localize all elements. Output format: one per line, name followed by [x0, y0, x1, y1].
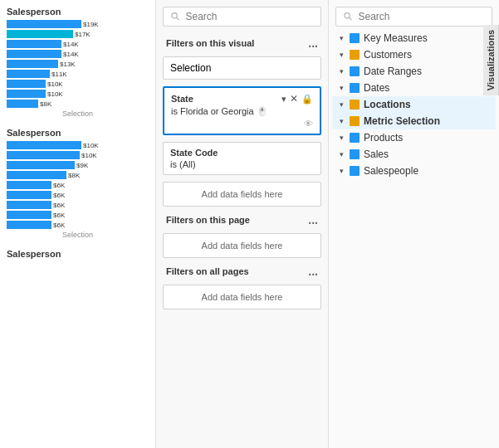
chart-2-subtitle: Selection	[7, 231, 149, 239]
chevron-down-icon: ▾	[335, 49, 347, 61]
chevron-down-icon: ▾	[335, 165, 347, 177]
chart-section-1: Salesperson $19K$17K$14K$14K$13K$11K$10K…	[0, 3, 155, 124]
add-data-all-pages[interactable]: Add data fields here	[163, 285, 321, 309]
viz-tree-item-customers[interactable]: ▾Customers	[332, 46, 496, 63]
chart-section-2: Salesperson $10K$10K$9K$8K$6K$6K$6K$6K$6…	[0, 124, 155, 246]
selection-filter-card[interactable]: Selection	[163, 56, 321, 80]
bar	[7, 221, 51, 229]
bar-container: $9K	[7, 161, 149, 169]
bar-value: $11K	[51, 71, 67, 78]
bar-row: $10K	[7, 80, 149, 88]
filters-on-page-more[interactable]: ...	[308, 213, 318, 226]
clear-icon[interactable]: ✕	[290, 93, 298, 105]
state-code-value: is (All)	[170, 159, 314, 169]
bar-container: $19K	[7, 20, 149, 28]
chart-1-title: Salesperson	[7, 7, 149, 17]
viz-item-label: Customers	[364, 49, 492, 61]
filter-search-bar[interactable]	[163, 7, 321, 27]
viz-tree-item-locations[interactable]: ▾Locations	[332, 96, 496, 113]
bar-row: $10K	[7, 151, 149, 159]
bar	[7, 80, 46, 88]
bar-row: $9K	[7, 161, 149, 169]
chevron-down-icon: ▾	[335, 132, 347, 144]
bar-row: $10K	[7, 141, 149, 149]
bar	[7, 90, 46, 98]
bar-row: $8K	[7, 171, 149, 179]
state-card-header: State ▾ ✕ 🔒	[171, 93, 313, 105]
filters-on-visual-more[interactable]: ...	[308, 37, 318, 50]
chevron-down-icon: ▾	[335, 82, 347, 94]
bar	[7, 70, 50, 78]
state-filter-card[interactable]: State ▾ ✕ 🔒 is Florida or Georgia 🖱️ 👁	[163, 86, 321, 135]
table-icon	[349, 32, 360, 44]
viz-item-label: Key Measures	[364, 32, 492, 44]
svg-line-1	[176, 17, 179, 20]
viz-tree-item-salespeople[interactable]: ▾Salespeople	[332, 163, 496, 179]
viz-tree-item-dates[interactable]: ▾Dates	[332, 80, 496, 96]
viz-tree-item-metric-selection[interactable]: ▾Metric Selection	[332, 113, 496, 129]
chart-2-bars: $10K$10K$9K$8K$6K$6K$6K$6K$6K	[7, 141, 149, 229]
filters-on-all-pages-more[interactable]: ...	[308, 265, 318, 278]
bar	[7, 191, 51, 199]
bar-container: $8K	[7, 171, 149, 179]
bar	[7, 161, 75, 169]
filter-search-input[interactable]	[186, 11, 315, 22]
viz-search-input[interactable]	[358, 11, 485, 22]
viz-tree-item-sales[interactable]: ▾Sales	[332, 146, 496, 163]
cursor-icon: 🖱️	[257, 106, 268, 116]
state-code-filter-card[interactable]: State Code is (All)	[163, 142, 321, 175]
state-code-header: State Code	[170, 148, 314, 158]
bar-container: $6K	[7, 211, 149, 219]
bar	[7, 20, 81, 28]
bar-row: $6K	[7, 221, 149, 229]
filters-on-all-pages-label: Filters on all pages ...	[156, 261, 328, 281]
bar-value: $19K	[83, 21, 99, 28]
bar	[7, 201, 51, 209]
bar-row: $6K	[7, 181, 149, 189]
viz-tree-item-date-ranges[interactable]: ▾Date Ranges	[332, 63, 496, 80]
bar-row: $8K	[7, 100, 149, 108]
bar-row: $14K	[7, 40, 149, 48]
bar-container: $6K	[7, 181, 149, 189]
viz-item-label: Date Ranges	[364, 66, 492, 77]
chart-1-bars: $19K$17K$14K$14K$13K$11K$10K$10K$8K	[7, 20, 149, 108]
bar-value: $8K	[40, 100, 51, 108]
lock-icon[interactable]: 🔒	[301, 94, 313, 105]
bar-container: $13K	[7, 60, 149, 68]
bar-value: $6K	[53, 222, 65, 229]
viz-search-bar[interactable]	[335, 7, 492, 27]
filters-on-page-label: Filters on this page ...	[156, 210, 328, 230]
bar-row: $6K	[7, 211, 149, 219]
table-icon	[349, 82, 360, 94]
viz-panel: Visualizations ▾Key Measures▾Customers▾D…	[329, 0, 499, 448]
bar-container: $11K	[7, 70, 149, 78]
eye-icon[interactable]: 👁	[304, 119, 313, 129]
bar	[7, 100, 38, 108]
table-icon	[349, 149, 360, 160]
bar-container: $14K	[7, 40, 149, 48]
bar-row: $6K	[7, 191, 149, 199]
bar-value: $6K	[53, 182, 65, 189]
bar-container: $10K	[7, 80, 149, 88]
viz-item-label: Products	[364, 132, 492, 144]
bar	[7, 151, 80, 159]
table-icon	[349, 115, 360, 127]
bar	[7, 141, 81, 149]
chevron-down-icon[interactable]: ▾	[281, 94, 286, 105]
bar-value: $13K	[60, 61, 76, 68]
viz-tree-item-key-measures[interactable]: ▾Key Measures	[332, 30, 496, 46]
bar-value: $10K	[81, 152, 97, 159]
bar-row: $11K	[7, 70, 149, 78]
table-icon	[349, 49, 360, 61]
bar-row: $19K	[7, 20, 149, 28]
add-data-visual[interactable]: Add data fields here	[163, 182, 321, 207]
selection-card-label: Selection	[170, 62, 211, 74]
viz-tree-item-products[interactable]: ▾Products	[332, 129, 496, 146]
bar-value: $10K	[47, 90, 63, 98]
state-code-title: State Code	[170, 148, 218, 158]
bar-value: $10K	[83, 142, 99, 149]
bar	[7, 211, 51, 219]
add-data-page[interactable]: Add data fields here	[163, 233, 321, 258]
bar	[7, 181, 51, 189]
bar-value: $6K	[53, 192, 65, 199]
